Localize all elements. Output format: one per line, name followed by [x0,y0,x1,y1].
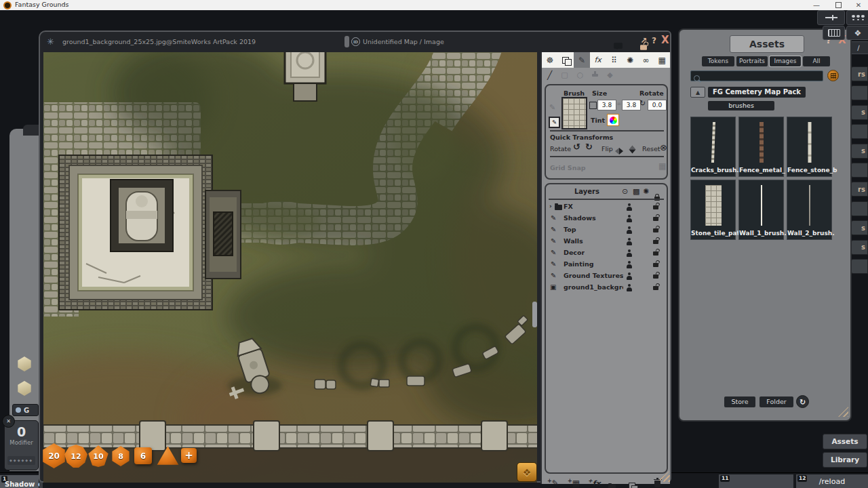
hotkey-slot-1[interactable]: 1 Shadow_c [0,475,39,488]
brush-preview[interactable] [561,97,587,129]
folder-breadcrumb-button[interactable]: brushes [708,101,774,110]
player-visibility-icon[interactable] [626,203,633,211]
asset-grid-view-button[interactable] [827,70,839,81]
add-paint-layer-icon[interactable]: +✎ [547,478,559,488]
line-draw-icon[interactable]: ╱ [547,70,552,80]
store-button[interactable]: Store [724,396,755,407]
tab-images[interactable]: Images [770,56,801,66]
sidebar-category-button-11[interactable] [850,259,868,274]
globe-tool-icon[interactable]: ☸ [542,52,558,68]
hotkey-slot-12[interactable]: 12 /reload [796,474,868,488]
eye-icon[interactable]: ⊙ [622,187,628,196]
map-help-button[interactable]: ? [652,36,656,45]
sidebar-category-button-5[interactable]: s [850,144,868,159]
lock-icon[interactable] [640,45,647,50]
lighting-tool-icon[interactable]: ✺ [622,52,638,68]
mask-tool-icon[interactable]: ∞ [638,52,654,68]
rotate-cw-icon[interactable]: ↻ [585,142,593,152]
modifier-dots[interactable]: ◆◆◆◆◆◆ [7,456,35,465]
player-visibility-icon[interactable] [626,238,633,245]
player-visibility-icon[interactable] [626,226,633,234]
brush-small-icon[interactable]: ✎ [549,103,555,112]
assets-window-title[interactable]: Assets [730,35,804,53]
map-pin-icon[interactable]: ✳ [47,37,54,47]
eraser-icon[interactable]: ◆ [607,70,612,79]
unlock-icon[interactable] [653,263,658,267]
asset-search-input[interactable] [690,70,823,81]
layers-tool-icon[interactable] [558,52,574,68]
map-close-button[interactable]: X [661,34,669,46]
rotate-ccw-icon[interactable]: ↺ [573,142,580,152]
sidebar-category-button-8[interactable] [850,201,868,216]
modifier-gear-icon[interactable]: ✕ [2,415,15,428]
unlock-icon[interactable] [653,217,658,221]
rect-draw-icon[interactable]: ▢ [561,70,568,79]
stamp-draw-icon[interactable] [592,74,598,77]
header-divider-handle[interactable] [344,36,349,47]
options-slider-button[interactable] [817,10,845,25]
layer-row-fx[interactable]: ›FX [546,201,667,213]
brush-rotate-input[interactable] [648,100,667,110]
party-button[interactable] [846,10,868,25]
bulb-icon[interactable]: ✺ [643,187,649,196]
sidebar-category-button-10[interactable]: s [850,240,868,255]
brush-size-width-input[interactable] [597,100,616,110]
paint-tool-icon[interactable]: ✎ [574,52,590,68]
assets-resize-grip[interactable] [838,407,848,417]
select-tool-icon[interactable]: ⠿ [606,52,623,68]
keyboard-button[interactable] [823,26,845,40]
asset-tile-wall-2-brush[interactable]: Wall_2_brush. [787,180,832,240]
add-folder-icon[interactable] [608,480,616,488]
pack-breadcrumb-button[interactable]: FG Cemetery Map Pack [708,87,806,98]
tab-all[interactable]: All [803,56,830,66]
sidebar-category-button-7[interactable]: rs [850,182,868,197]
sidebar-category-button-4[interactable] [850,124,868,139]
player-visibility-icon[interactable] [626,284,633,291]
folder-up-button[interactable]: ▲ [690,87,705,98]
player-visibility-icon[interactable] [626,272,633,280]
hotkey-slot-11[interactable]: 11 [719,474,793,488]
folder-button[interactable]: Folder [760,396,793,407]
modifier-box[interactable]: 0 Modifier ◆◆◆◆◆◆ [4,420,39,470]
player-visibility-icon[interactable] [626,215,633,222]
unlock-icon[interactable] [653,251,658,256]
player-visibility-icon[interactable] [626,261,633,268]
add-die-button[interactable]: + [181,448,197,463]
asset-tile-fence-stone-b[interactable]: Fence_stone_b [787,117,832,177]
asset-tile-wall-1-brush[interactable]: Wall_1_brush. [738,180,784,240]
layer-row-decor[interactable]: ✎Decor [546,247,667,259]
add-fx-layer-icon[interactable]: +fx [588,478,601,488]
sidebar-category-button-3[interactable]: s [850,105,868,120]
d6-die[interactable]: 6 [134,447,152,464]
asset-tile-stone-tile-pat[interactable]: Stone_tile_pat [690,180,736,240]
window-minimize-button[interactable]: — [807,0,826,10]
sidebar-category-button-2[interactable] [850,85,868,100]
unlock-icon[interactable] [653,205,658,209]
share-bubble-icon[interactable] [614,43,623,49]
map-scrollbar-thumb[interactable] [532,302,537,327]
player-visibility-icon[interactable] [626,249,633,257]
delete-layer-icon[interactable] [654,477,660,488]
edit-brush-icon[interactable]: ✎ [549,117,560,128]
window-close-button[interactable]: ✕ [849,0,868,10]
grid-snap-icon[interactable]: ▦ [658,161,666,171]
circle-draw-icon[interactable]: ○ [577,70,584,79]
map-canvas[interactable] [43,52,537,483]
brush-size-height-input[interactable] [622,100,641,110]
tab-tokens[interactable]: Tokens [702,56,734,66]
sidebar-category-button-6[interactable] [850,163,868,178]
dock-assets-button[interactable]: Assets [823,434,867,449]
mask-grid-icon[interactable]: ▩ [633,187,639,196]
layer-row-top[interactable]: ✎Top [546,224,667,236]
layer-row-painting[interactable]: ✎Painting [546,259,667,270]
reset-icon[interactable]: ⊗ [660,142,667,152]
unlock-icon[interactable] [653,274,658,279]
refresh-button[interactable]: ↻ [796,395,809,408]
layer-row-ground-textures[interactable]: ✎Ground Textures [546,270,667,282]
layer-row-ground1-background-2[interactable]: ▣ground1_background_2... [546,282,667,293]
flip-vertical-icon[interactable] [627,146,639,154]
duplicate-layer-icon[interactable] [629,479,635,488]
dice-tray-button[interactable]: ❖ [846,26,868,40]
add-tile-layer-icon[interactable]: +▦ [568,478,580,488]
gm-vision-button[interactable]: G [12,404,39,416]
